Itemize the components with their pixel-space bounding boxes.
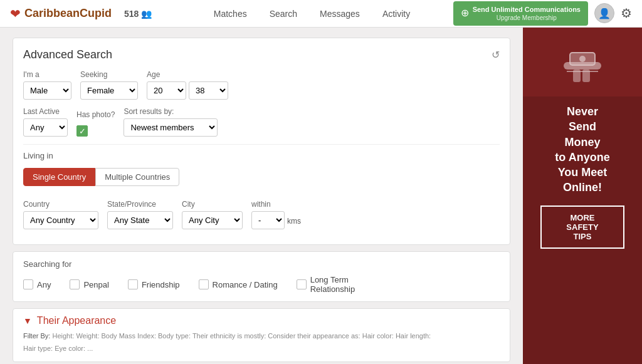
living-in-group: Living in Single Country Multiple Countr…	[23, 151, 500, 194]
filter-bmi[interactable]: Body Mass Index:	[102, 332, 159, 340]
city-group: City Any City	[182, 200, 243, 229]
sort-label: Sort results by:	[124, 107, 218, 116]
kms-label: kms	[287, 217, 301, 226]
checkbox-any-label: Any	[37, 280, 51, 289]
single-country-button[interactable]: Single Country	[23, 168, 95, 186]
has-photo-label: Has photo?	[76, 110, 115, 119]
filter-body-type[interactable]: Body type:	[158, 332, 192, 340]
heart-icon: ❤	[10, 6, 21, 21]
location-buttons: Single Country Multiple Countries	[23, 168, 500, 186]
im-a-select[interactable]: Male	[23, 81, 71, 100]
filter-ethnicity[interactable]: Their ethnicity is mostly:	[192, 332, 268, 340]
checkbox-longterm[interactable]: Long TermRelationship	[297, 275, 355, 294]
sort-select[interactable]: Newest members	[124, 118, 218, 137]
badge-number: 518	[124, 9, 139, 19]
search-panel: Advanced Search ↺ I'm a Male Seeking Fem…	[13, 38, 510, 245]
checkbox-friendship-box[interactable]	[128, 279, 138, 289]
checkbox-penpal-box[interactable]	[70, 279, 80, 289]
has-photo-checkbox[interactable]: ✓	[76, 125, 88, 137]
upgrade-button[interactable]: ⊕ Send Unlimited Communications Upgrade …	[453, 1, 588, 26]
badge-count: 518 👥	[124, 9, 152, 19]
last-active-label: Last Active	[23, 107, 68, 116]
checkbox-any[interactable]: Any	[23, 279, 51, 289]
location-row: Country Any Country State/Province Any S…	[23, 200, 500, 229]
seeking-group: Seeking Female	[80, 70, 138, 100]
sidebar-icon-area	[523, 28, 642, 96]
last-active-select[interactable]: Any	[23, 118, 68, 137]
sidebar: Never Send Money to Anyone You Meet Onli…	[523, 28, 642, 364]
within-select[interactable]: -	[251, 211, 285, 229]
within-label: within	[251, 200, 301, 209]
filter-eye-color[interactable]: Eye color:	[55, 345, 87, 352]
state-label: State/Province	[107, 200, 173, 209]
nav-messages[interactable]: Messages	[320, 9, 360, 19]
nav-matches[interactable]: Matches	[214, 9, 247, 19]
filter-height[interactable]: Height:	[52, 332, 76, 340]
state-select[interactable]: Any State	[107, 211, 173, 229]
checkbox-romance-box[interactable]	[199, 279, 209, 289]
multiple-countries-button[interactable]: Multiple Countries	[95, 168, 179, 186]
searching-for-section: Searching for Any Penpal Friendship Roma…	[13, 251, 510, 302]
filter-hair-color[interactable]: Hair color:	[362, 332, 396, 340]
age-range: 20 38	[147, 81, 228, 100]
sort-group: Sort results by: Newest members	[124, 107, 218, 137]
appearance-header[interactable]: ▼ Their Appearance	[23, 315, 500, 326]
filter-hair-type[interactable]: Hair type:	[23, 345, 55, 352]
gear-icon[interactable]: ⚙	[621, 6, 632, 21]
appearance-filters: Filter By: Height: Weight: Body Mass Ind…	[23, 330, 500, 355]
checkbox-friendship[interactable]: Friendship	[128, 279, 180, 289]
panel-title: Advanced Search	[23, 48, 112, 61]
within-inputs: - kms	[251, 211, 301, 229]
nav-activity[interactable]: Activity	[382, 9, 410, 19]
checkbox-longterm-box[interactable]	[297, 279, 307, 289]
main-layout: Advanced Search ↺ I'm a Male Seeking Fem…	[0, 28, 642, 364]
main-header: ❤ CaribbeanCupid 518 👥 Matches Search Me…	[0, 0, 642, 28]
people-icon: 👥	[141, 9, 152, 19]
no-money-icon	[557, 40, 608, 90]
avatar[interactable]: 👤	[594, 3, 614, 23]
content-area: Advanced Search ↺ I'm a Male Seeking Fem…	[0, 28, 523, 364]
im-a-label: I'm a	[23, 70, 71, 79]
filter-consider[interactable]: Consider their appearance as:	[268, 332, 362, 340]
age-label: Age	[147, 70, 228, 79]
checkbox-any-box[interactable]	[23, 279, 33, 289]
filter-hair-length[interactable]: Hair length:	[396, 332, 431, 340]
checkbox-longterm-label: Long TermRelationship	[310, 275, 355, 294]
sidebar-text-area: Never Send Money to Anyone You Meet Onli…	[523, 96, 642, 256]
form-row-1: I'm a Male Seeking Female Age 20	[23, 70, 500, 100]
form-row-2: Last Active Any Has photo? ✓ Sort result…	[23, 107, 500, 137]
within-group: within - kms	[251, 200, 301, 229]
svg-point-2	[579, 56, 586, 62]
upgrade-top-text: Send Unlimited Communications	[473, 5, 581, 14]
nav-search[interactable]: Search	[270, 9, 297, 19]
refresh-icon[interactable]: ↺	[492, 49, 500, 61]
filter-by-label: Filter By:	[23, 332, 52, 340]
age-from-select[interactable]: 20	[147, 81, 186, 100]
seeking-select[interactable]: Female	[80, 81, 138, 100]
upgrade-icon: ⊕	[461, 7, 469, 20]
appearance-section: ▼ Their Appearance Filter By: Height: We…	[13, 308, 510, 362]
checkbox-penpal[interactable]: Penpal	[70, 279, 108, 289]
age-group: Age 20 38	[147, 70, 228, 100]
country-group: Country Any Country	[23, 200, 98, 229]
appearance-heading: Their Appearance	[37, 315, 116, 326]
state-group: State/Province Any State	[107, 200, 173, 229]
filter-more[interactable]: ...	[87, 345, 93, 352]
age-to-select[interactable]: 38	[189, 81, 228, 100]
sidebar-message: Never Send Money to Anyone You Meet Onli…	[555, 105, 609, 194]
checkbox-romance[interactable]: Romance / Dating	[199, 279, 278, 289]
searching-for-title: Searching for	[23, 259, 500, 269]
city-label: City	[182, 200, 243, 209]
logo-text: CaribbeanCupid	[24, 7, 112, 20]
country-select[interactable]: Any Country	[23, 211, 98, 229]
im-a-group: I'm a Male	[23, 70, 71, 100]
city-select[interactable]: Any City	[182, 211, 243, 229]
header-right: ⊕ Send Unlimited Communications Upgrade …	[453, 1, 632, 26]
safety-tips-button[interactable]: MORE SAFETY TIPS	[540, 205, 624, 249]
logo-area: ❤ CaribbeanCupid	[10, 6, 112, 21]
panel-header: Advanced Search ↺	[23, 48, 500, 61]
filter-weight[interactable]: Weight:	[76, 332, 101, 340]
checkbox-friendship-label: Friendship	[142, 280, 180, 289]
last-active-group: Last Active Any	[23, 107, 68, 137]
checkbox-row: Any Penpal Friendship Romance / Dating L…	[23, 275, 500, 294]
